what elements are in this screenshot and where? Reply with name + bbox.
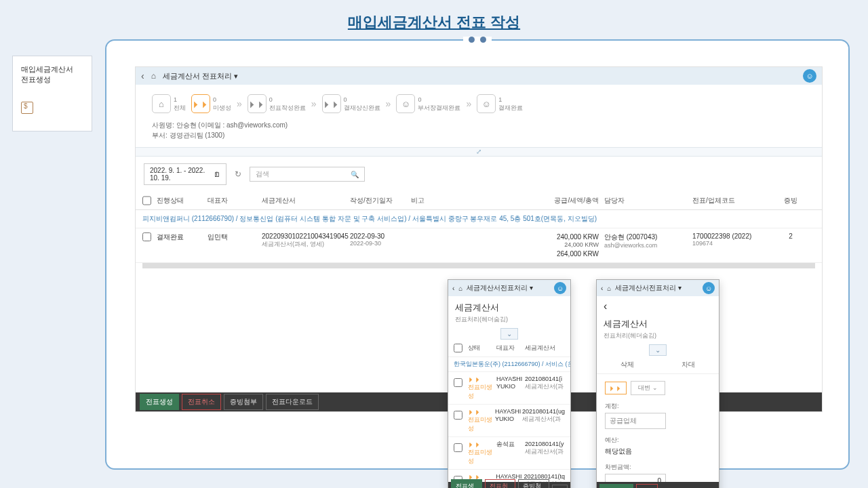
side-card-line1: 매입세금계산서 [21, 64, 83, 75]
cell-rep: HAYASHI YUKIO [496, 375, 525, 390]
col-evidence: 증빙 [781, 196, 801, 205]
attach-evidence-button[interactable]: 증빙첨부 [224, 394, 263, 410]
forward-icon: ⏵⏵ [468, 408, 495, 415]
list-item[interactable]: ⏵⏵전표미생성 HAYASHI YUKIO 2021080141(i세금계산서(… [448, 372, 570, 405]
budget-value: 해당없음 [605, 447, 632, 455]
panel2-toggle[interactable]: ⌄ [597, 344, 719, 356]
col-supply: 공급/세액/총액 [536, 196, 604, 205]
table-header: 진행상태 대표자 세금계산서 작성/전기일자 비고 공급/세액/총액 담당자 전… [136, 192, 822, 210]
forward-icon: ⏵⏵ [248, 94, 267, 113]
mobile-form-panel: ‹ ⌂ 세금계산서전표처리 ▾ ☺ ‹ 세금계산서 전표처리(헤더숨김) ⌄ 삭… [596, 279, 719, 488]
back-icon[interactable]: ‹ [597, 296, 719, 312]
flow-step-approved[interactable]: ☺1결재완료 [477, 94, 523, 113]
cell-slip: 1700022398 (2022)109674 [692, 232, 781, 247]
back-icon[interactable]: ‹ [452, 285, 454, 292]
panel1-attach-button[interactable]: 증빙첨부 [518, 479, 549, 488]
user-info: 사원명: 안승현 (이메일 : ash@vieworks.com) 부서: 경영… [136, 120, 822, 147]
home-icon[interactable]: ⌂ [151, 71, 156, 81]
breadcrumb[interactable]: 세금계산서 전표처리 ▾ [163, 71, 238, 81]
select-all-checkbox[interactable] [142, 196, 151, 205]
panel2-tabs: 삭제 차대 [597, 356, 719, 374]
panel2-subtitle: 전표처리(헤더숨김) [597, 331, 719, 344]
panel2-generate-button[interactable]: 전표생성 [599, 484, 633, 489]
horizontal-scrollbar[interactable] [142, 263, 815, 268]
row-checkbox[interactable] [142, 232, 151, 241]
chevron-right-icon: » [237, 98, 242, 109]
mobile-list-panel: ‹ ⌂ 세금계산서전표처리 ▾ ☺ 세금계산서 전표처리(헤더숨김) ⌄ 상태 … [448, 279, 571, 488]
home-icon[interactable]: ⌂ [607, 285, 611, 292]
col-date: 작성/전기일자 [350, 196, 411, 205]
company-group-row[interactable]: 피지비앤컴퍼니 (2112666790) / 정보통신업 (컴퓨터 시스템 통합… [136, 210, 822, 228]
flow-step-written[interactable]: ⏵⏵0전표작성완료 [248, 94, 306, 113]
download-slip-button[interactable]: 전표다운로드 [266, 394, 319, 410]
cell-status: ⏵⏵전표미생성 [468, 408, 495, 433]
cell-date: 2022-09-302022-09-30 [350, 232, 411, 247]
list-item[interactable]: ⏵⏵전표미생성 송석표 2021080141(y세금계산서(과 [448, 437, 570, 470]
side-card-line2: 전표생성 [21, 75, 83, 85]
chevron-right-icon: » [311, 98, 317, 109]
col-note: 비고 [411, 196, 536, 205]
user-icon[interactable]: ☺ [803, 69, 816, 83]
user-name-line: 사원명: 안승현 (이메일 : ash@vieworks.com) [152, 120, 806, 130]
generate-slip-button[interactable]: 전표생성 [140, 394, 179, 410]
tab-delete[interactable]: 삭제 [620, 360, 634, 369]
cell-manager: 안승현 (2007043)ash@vieworks.com [604, 232, 692, 249]
home-icon[interactable]: ⌂ [458, 285, 462, 292]
flow-step-all[interactable]: ⌂1전체 [152, 94, 186, 113]
flow-step-dept-approved[interactable]: ☺0부서장결재완료 [396, 94, 460, 113]
user-icon[interactable]: ☺ [703, 282, 715, 294]
cell-status: ⏵⏵전표미생성 [468, 375, 496, 401]
forward-icon: ⏵⏵ [468, 375, 496, 383]
panel2-cancel-button[interactable]: 취소 [636, 484, 658, 489]
panel1-toggle[interactable]: ⌄ [448, 328, 570, 340]
chevron-right-icon: » [466, 98, 471, 109]
refresh-icon[interactable]: ↻ [232, 168, 244, 180]
panel1-topbar: ‹ ⌂ 세금계산서전표처리 ▾ ☺ [448, 280, 570, 296]
panel1-title: 세금계산서 [448, 296, 570, 315]
col-tax: 세금계산서 [262, 196, 350, 205]
chevron-down-icon: ⌄ [649, 344, 667, 356]
list-item[interactable]: ⏵⏵전표미생성 HAYASHI YUKIO 2021080141(ug세금계산서… [448, 405, 570, 437]
cell-status: 결재완료 [157, 232, 208, 242]
row-checkbox[interactable] [454, 411, 462, 420]
panel1-more-button[interactable]: ••• [552, 485, 568, 488]
back-icon[interactable]: ‹ [601, 285, 603, 292]
tab-debit-credit[interactable]: 차대 [682, 360, 695, 369]
search-input[interactable]: 검색🔍 [250, 167, 365, 182]
date-range-input[interactable]: 2022. 9. 1. - 2022. 10. 19.🗓 [144, 163, 226, 185]
row-checkbox[interactable] [454, 443, 462, 452]
col-manager: 담당자 [604, 196, 692, 205]
panel1-breadcrumb[interactable]: 세금계산서전표처리 ▾ [467, 283, 533, 293]
panel2-breadcrumb[interactable]: 세금계산서전표처리 ▾ [615, 283, 682, 293]
cell-rep: 임민택 [208, 232, 262, 242]
workflow-steps: ⌂1전체 ⏵⏵0미생성 » ⏵⏵0전표작성완료 » ⏵⏵0결재상신완료 » ☺0… [136, 85, 822, 120]
table-row[interactable]: 결재완료 임민택 20220930102210043419045세금계산서(과세… [136, 228, 822, 263]
account-input[interactable]: 공급업체 [605, 413, 666, 429]
calendar-icon: 🗓 [214, 171, 220, 178]
panel1-cancel-button[interactable]: 전표취소 [485, 479, 516, 488]
panel1-select-all[interactable] [454, 344, 462, 352]
panel1-company-row[interactable]: 한국일본통운(주) (2112666790) / 서비스 (운수서 [448, 357, 570, 372]
cell-rep: 송석표 [496, 441, 525, 448]
cell-evidence: 2 [781, 232, 801, 240]
user-icon[interactable]: ☺ [554, 282, 566, 294]
col-status: 진행상태 [157, 196, 208, 205]
cancel-slip-button[interactable]: 전표취소 [182, 394, 221, 410]
forward-icon[interactable]: ⏵⏵ [605, 382, 627, 394]
panel1-generate-button[interactable]: 전표생성 [451, 479, 482, 488]
row-checkbox[interactable] [454, 378, 462, 387]
flow-step-ungenerated[interactable]: ⏵⏵0미생성 [191, 94, 231, 113]
chevron-right-icon: » [386, 98, 391, 109]
panel1-header: 상태 대표자 세금계산서 [448, 340, 570, 357]
collapse-toggle[interactable]: ⤢ [136, 147, 822, 157]
home-step-icon: ⌂ [152, 94, 171, 113]
side-select[interactable]: 대변 ⌄ [631, 381, 665, 395]
back-icon[interactable]: ‹ [141, 70, 144, 81]
cell-tax: 20220930102210043419045세금계산서(과세, 영세) [262, 232, 350, 249]
panel2-footer: 전표생성 취소 [597, 482, 719, 488]
app-topbar: ‹ ⌂ 세금계산서 전표처리 ▾ ☺ [136, 67, 822, 85]
flow-step-submitted[interactable]: ⏵⏵0결재상신완료 [322, 94, 380, 113]
forward-icon: ⏵⏵ [191, 94, 210, 113]
col-slip: 전표/업체코드 [692, 196, 781, 205]
approve-icon: ☺ [477, 94, 496, 113]
